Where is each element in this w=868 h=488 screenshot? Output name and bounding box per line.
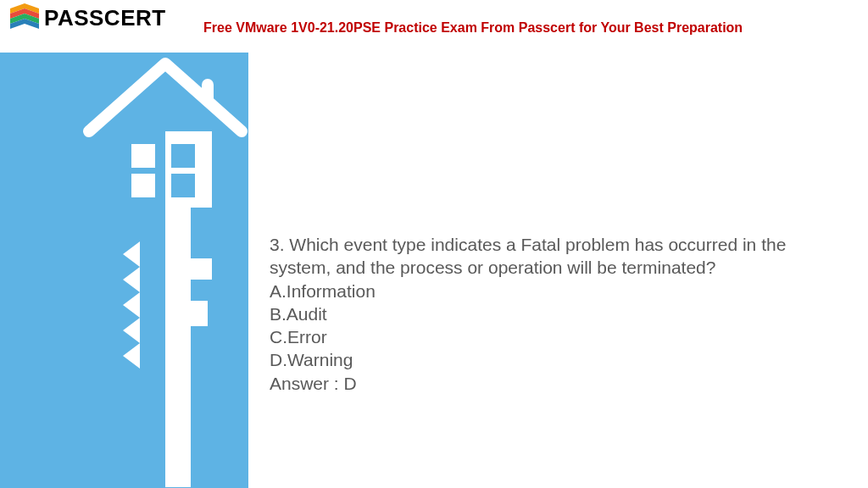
passcert-logo-icon: [7, 2, 42, 34]
question-body: Which event type indicates a Fatal probl…: [270, 235, 786, 277]
logo-area: PASSCERT: [0, 0, 173, 36]
svg-rect-7: [165, 208, 191, 487]
question-text: 3. Which event type indicates a Fatal pr…: [270, 235, 786, 277]
logo-text: PASSCERT: [44, 5, 166, 31]
header-title: Free VMware 1V0-21.20PSE Practice Exam F…: [203, 20, 743, 36]
svg-rect-5: [171, 174, 195, 197]
question-block: 3. Which event type indicates a Fatal pr…: [270, 233, 843, 395]
house-key-icon: [76, 47, 254, 487]
svg-rect-3: [131, 174, 155, 197]
option-a: A.Information: [270, 280, 843, 302]
answer-line: Answer : D: [270, 372, 843, 395]
option-b: B.Audit: [270, 302, 843, 325]
option-c: C.Error: [270, 325, 843, 348]
option-d: D.Warning: [270, 348, 843, 371]
svg-rect-4: [171, 144, 195, 168]
svg-rect-6: [140, 208, 165, 487]
svg-rect-2: [131, 144, 155, 168]
question-number: 3.: [270, 235, 285, 254]
